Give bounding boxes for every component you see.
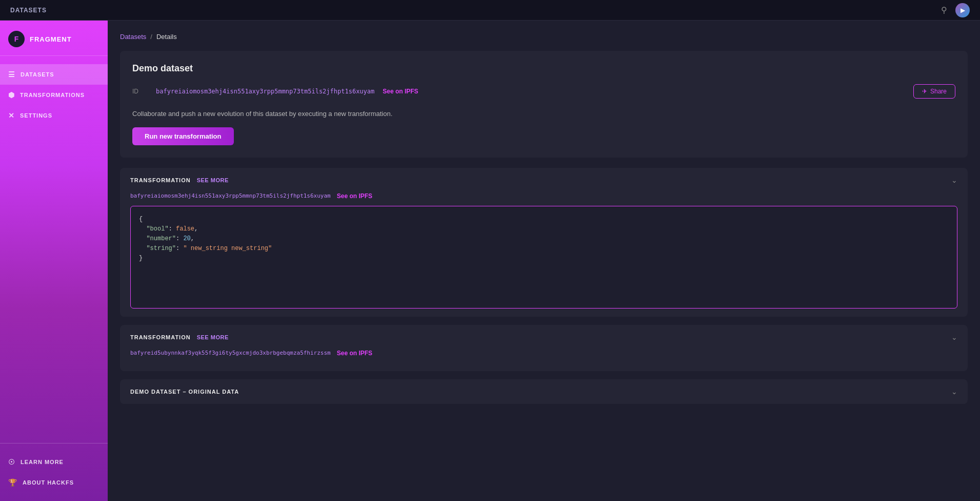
code-block-1: { "bool": false, "number": 20, "string":…	[130, 206, 957, 309]
dataset-ipfs-link[interactable]: See on IPFS	[383, 88, 418, 95]
sidebar-item-settings-label: SETTINGS	[20, 112, 52, 119]
transformation-section-2: TRANSFORMATION SEE MORE ⌄ bafyreid5ubynn…	[120, 325, 968, 371]
main-content: Datasets / Details Demo dataset ID bafyr…	[108, 21, 980, 501]
sidebar-item-settings[interactable]: ✕ SETTINGS	[0, 105, 108, 126]
transformation-body-1: bafyreiaiomosm3ehj4isn551axy3rpp5mmnp73t…	[120, 192, 968, 317]
demo-section-label: DEMO DATASET – ORIGINAL DATA	[130, 389, 239, 395]
dataset-id-row: ID bafyreiaiomosm3ehj4isn551axy3rpp5mmnp…	[132, 84, 955, 99]
transformation-id-row-1: bafyreiaiomosm3ehj4isn551axy3rpp5mmnp73t…	[130, 192, 957, 200]
share-button-label: Share	[930, 88, 947, 95]
dataset-title: Demo dataset	[132, 63, 955, 74]
demo-section: DEMO DATASET – ORIGINAL DATA ⌄	[120, 379, 968, 404]
transformation-ipfs-link-2[interactable]: See on IPFS	[337, 350, 372, 357]
transformation-id-1: bafyreiaiomosm3ehj4isn551axy3rpp5mmnp73t…	[130, 192, 331, 199]
sidebar-brand: F FRAGMENT	[0, 21, 108, 56]
sidebar-nav: ☰ DATASETS ⬢ TRANSFORMATIONS ✕ SETTINGS	[0, 56, 108, 443]
run-transformation-button[interactable]: Run new transformation	[132, 127, 234, 145]
dataset-card: Demo dataset ID bafyreiaiomosm3ehj4isn55…	[120, 51, 968, 158]
transformations-icon: ⬢	[8, 91, 15, 99]
breadcrumb-separator: /	[150, 33, 152, 41]
about-hackfs-icon: 🏆	[8, 478, 17, 487]
see-more-link-1[interactable]: SEE MORE	[197, 177, 229, 183]
sidebar-item-about-hackfs-label: ABOUT HACKFS	[23, 479, 74, 486]
avatar[interactable]: ▶	[955, 3, 970, 17]
breadcrumb-current: Details	[156, 33, 177, 41]
avatar-initials: ▶	[961, 7, 965, 14]
transformation-id-2: bafyreid5ubynnkaf3yqk55f3gi6ty5gxcmjdo3x…	[130, 350, 331, 356]
transformation-label-2: TRANSFORMATION	[130, 334, 191, 340]
learn-more-icon: ☉	[8, 458, 15, 466]
transformation-id-row-2: bafyreid5ubynnkaf3yqk55f3gi6ty5gxcmjdo3x…	[130, 350, 957, 357]
sidebar-item-about-hackfs[interactable]: 🏆 ABOUT HACKFS	[0, 472, 108, 493]
brand-name: FRAGMENT	[30, 35, 72, 43]
sidebar-item-datasets[interactable]: ☰ DATASETS	[0, 64, 108, 85]
dataset-id-value: bafyreiaiomosm3ehj4isn551axy3rpp5mmnp73t…	[156, 88, 374, 95]
breadcrumb-datasets-link[interactable]: Datasets	[120, 33, 146, 41]
sidebar-item-datasets-label: DATASETS	[21, 71, 54, 78]
share-icon: ✈	[922, 88, 927, 95]
transformation-ipfs-link-1[interactable]: See on IPFS	[337, 192, 372, 200]
share-button[interactable]: ✈ Share	[913, 84, 955, 99]
sidebar-item-learn-more[interactable]: ☉ LEARN MORE	[0, 452, 108, 472]
sidebar-item-transformations[interactable]: ⬢ TRANSFORMATIONS	[0, 85, 108, 105]
settings-icon: ✕	[8, 111, 15, 120]
layout: F FRAGMENT ☰ DATASETS ⬢ TRANSFORMATIONS …	[0, 21, 980, 501]
topbar-right: ⚲ ▶	[941, 3, 970, 17]
brand-icon: F	[8, 31, 25, 47]
sidebar-item-learn-more-label: LEARN MORE	[21, 459, 64, 465]
chevron-down-icon-1: ⌄	[951, 176, 957, 184]
topbar-title: DATASETS	[10, 7, 47, 14]
transformation-header-2[interactable]: TRANSFORMATION SEE MORE ⌄	[120, 325, 968, 350]
transformation-header-1[interactable]: TRANSFORMATION SEE MORE ⌄	[120, 168, 968, 192]
transformation-body-2: bafyreid5ubynnkaf3yqk55f3gi6ty5gxcmjdo3x…	[120, 350, 968, 371]
chevron-down-icon-demo: ⌄	[951, 388, 957, 396]
demo-header[interactable]: DEMO DATASET – ORIGINAL DATA ⌄	[120, 379, 968, 404]
transformation-label-1: TRANSFORMATION	[130, 177, 191, 183]
chevron-down-icon-2: ⌄	[951, 333, 957, 341]
dataset-description: Collaborate and push a new evolution of …	[132, 109, 955, 119]
breadcrumb: Datasets / Details	[120, 33, 968, 41]
datasets-icon: ☰	[8, 70, 15, 79]
see-more-link-2[interactable]: SEE MORE	[197, 334, 229, 340]
id-label: ID	[132, 88, 148, 95]
topbar: DATASETS ⚲ ▶	[0, 0, 980, 21]
search-icon[interactable]: ⚲	[941, 5, 947, 15]
sidebar-bottom: ☉ LEARN MORE 🏆 ABOUT HACKFS	[0, 443, 108, 501]
sidebar-item-transformations-label: TRANSFORMATIONS	[20, 92, 85, 98]
sidebar: F FRAGMENT ☰ DATASETS ⬢ TRANSFORMATIONS …	[0, 21, 108, 501]
transformation-section-1: TRANSFORMATION SEE MORE ⌄ bafyreiaiomosm…	[120, 168, 968, 317]
